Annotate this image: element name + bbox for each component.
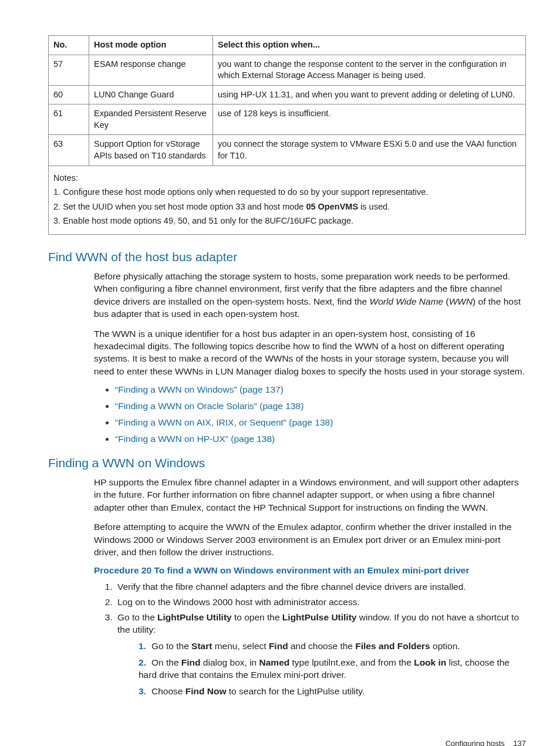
cell-when: you connect the storage system to VMware… xyxy=(213,135,526,166)
cell-no: 63 xyxy=(49,135,89,166)
section-wwn-windows-title: Finding a WWN on Windows xyxy=(48,456,526,470)
procedure-step: Go to the LightPulse Utility to open the… xyxy=(115,611,526,698)
procedure-step: Log on to the Windows 2000 host with adm… xyxy=(115,596,526,609)
link-item[interactable]: “Finding a WWN on AIX, IRIX, or Sequent”… xyxy=(115,417,526,428)
link-item[interactable]: “Finding a WWN on HP-UX” (page 138) xyxy=(115,434,526,444)
notes-title: Notes: xyxy=(53,171,521,185)
cell-when: you want to change the response content … xyxy=(213,55,526,85)
procedure-title: Procedure 20 To find a WWN on Windows en… xyxy=(94,565,526,576)
table-row: 57 ESAM response change you want to chan… xyxy=(49,55,526,85)
note-item: 3. Enable host mode options 49, 50, and … xyxy=(53,214,521,228)
table-row: 63 Support Option for vStorage APIs base… xyxy=(49,135,526,166)
section-find-wwn-title: Find WWN of the host bus adapter xyxy=(48,250,526,264)
col-no: No. xyxy=(49,36,89,55)
cell-no: 57 xyxy=(49,55,89,85)
procedure-sublist: 1.Go to the Start menu, select Find and … xyxy=(139,640,526,698)
note-item: 2. Set the UUID when you set host mode o… xyxy=(53,200,521,214)
paragraph: Before physically attaching the storage … xyxy=(94,270,526,320)
procedure-substep: 3.Choose Find Now to search for the Ligh… xyxy=(139,685,526,698)
cell-option: Support Option for vStorage APIs based o… xyxy=(89,135,213,166)
paragraph: The WWN is a unique identifier for a hos… xyxy=(94,328,526,378)
procedure-list: Verify that the fibre channel adapters a… xyxy=(115,580,526,698)
link-item[interactable]: “Finding a WWN on Oracle Solaris” (page … xyxy=(115,401,526,411)
cell-when: using HP-UX 11.31, and when you want to … xyxy=(213,85,526,104)
host-mode-options-table: No. Host mode option Select this option … xyxy=(48,35,526,166)
procedure-step: Verify that the fibre channel adapters a… xyxy=(115,580,526,593)
cell-no: 60 xyxy=(49,85,89,104)
table-row: 60 LUN0 Change Guard using HP-UX 11.31, … xyxy=(49,85,526,104)
procedure-substep: 1.Go to the Start menu, select Find and … xyxy=(139,640,526,653)
cell-when: use of 128 keys is insufficient. xyxy=(213,104,526,135)
col-when: Select this option when... xyxy=(213,36,526,55)
page-number: 137 xyxy=(513,739,526,746)
cell-option: LUN0 Change Guard xyxy=(89,85,213,104)
note-item: 1. Configure these host mode options onl… xyxy=(53,185,521,200)
procedure-substep: 2.On the Find dialog box, in Named type … xyxy=(139,656,526,681)
cell-no: 61 xyxy=(49,104,89,135)
paragraph: HP supports the Emulex fibre channel ada… xyxy=(94,476,526,514)
cell-option: Expanded Persistent Reserve Key xyxy=(89,104,213,135)
col-option: Host mode option xyxy=(89,36,213,55)
cross-reference-list: “Finding a WWN on Windows” (page 137) “F… xyxy=(115,384,526,444)
table-notes: Notes: 1. Configure these host mode opti… xyxy=(48,166,526,235)
cell-option: ESAM response change xyxy=(89,55,213,85)
page-footer: Configuring hosts 137 xyxy=(48,739,526,746)
link-item[interactable]: “Finding a WWN on Windows” (page 137) xyxy=(115,384,526,395)
footer-section: Configuring hosts xyxy=(446,739,505,746)
table-row: 61 Expanded Persistent Reserve Key use o… xyxy=(49,104,526,135)
paragraph: Before attempting to acquire the WWN of … xyxy=(94,521,526,558)
